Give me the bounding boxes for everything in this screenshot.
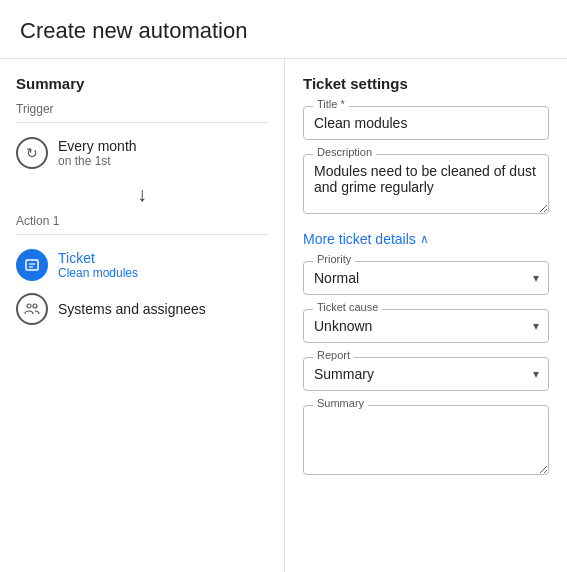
description-field-group: Description Modules need to be cleaned o… (303, 154, 549, 217)
page-header: Create new automation (0, 0, 567, 59)
report-label: Report (313, 349, 354, 361)
trigger-icon: ↻ (16, 137, 48, 169)
summary-input[interactable] (303, 405, 549, 475)
title-label: Title * (313, 98, 349, 110)
right-panel-title: Ticket settings (303, 75, 549, 92)
left-panel-title: Summary (16, 75, 268, 92)
svg-point-3 (27, 304, 31, 308)
right-panel: Ticket settings Title * Description Modu… (285, 59, 567, 572)
trigger-sub: on the 1st (58, 154, 137, 168)
left-panel: Summary Trigger ↻ Every month on the 1st… (0, 59, 285, 572)
action-systems-item[interactable]: Systems and assignees (16, 287, 268, 331)
action-ticket-sub: Clean modules (58, 266, 138, 280)
report-select-wrapper: Summary Detailed None ▾ (303, 357, 549, 391)
chevron-up-icon: ∧ (420, 232, 429, 246)
title-input[interactable] (303, 106, 549, 140)
ticket-cause-select-wrapper: Unknown Hardware Software Maintenance ▾ (303, 309, 549, 343)
priority-select-wrapper: Normal Low High Critical ▾ (303, 261, 549, 295)
trigger-label: Trigger (16, 102, 268, 123)
trigger-text: Every month on the 1st (58, 138, 137, 168)
action-label: Action 1 (16, 214, 268, 235)
more-details-toggle[interactable]: More ticket details ∧ (303, 231, 549, 247)
ticket-cause-label: Ticket cause (313, 301, 382, 313)
priority-field-group: Priority Normal Low High Critical ▾ (303, 261, 549, 295)
title-field-group: Title * (303, 106, 549, 140)
priority-label: Priority (313, 253, 355, 265)
report-field-group: Report Summary Detailed None ▾ (303, 357, 549, 391)
report-select[interactable]: Summary Detailed None (303, 357, 549, 391)
svg-point-4 (33, 304, 37, 308)
more-details-label: More ticket details (303, 231, 416, 247)
trigger-main: Every month (58, 138, 137, 154)
svg-rect-0 (26, 260, 38, 270)
systems-icon (16, 293, 48, 325)
action-ticket-main: Ticket (58, 250, 138, 266)
priority-select[interactable]: Normal Low High Critical (303, 261, 549, 295)
ticket-cause-field-group: Ticket cause Unknown Hardware Software M… (303, 309, 549, 343)
action-systems-text: Systems and assignees (58, 301, 206, 317)
description-input[interactable]: Modules need to be cleaned of dust and g… (303, 154, 549, 214)
action-ticket-text: Ticket Clean modules (58, 250, 138, 280)
page-title: Create new automation (20, 18, 547, 44)
trigger-item[interactable]: ↻ Every month on the 1st (16, 131, 268, 175)
main-content: Summary Trigger ↻ Every month on the 1st… (0, 59, 567, 572)
flow-arrow: ↓ (16, 183, 268, 206)
action-ticket-item[interactable]: Ticket Clean modules (16, 243, 268, 287)
summary-label: Summary (313, 397, 368, 409)
description-label: Description (313, 146, 376, 158)
action-systems-main: Systems and assignees (58, 301, 206, 317)
ticket-cause-select[interactable]: Unknown Hardware Software Maintenance (303, 309, 549, 343)
summary-field-group: Summary (303, 405, 549, 478)
ticket-icon (16, 249, 48, 281)
